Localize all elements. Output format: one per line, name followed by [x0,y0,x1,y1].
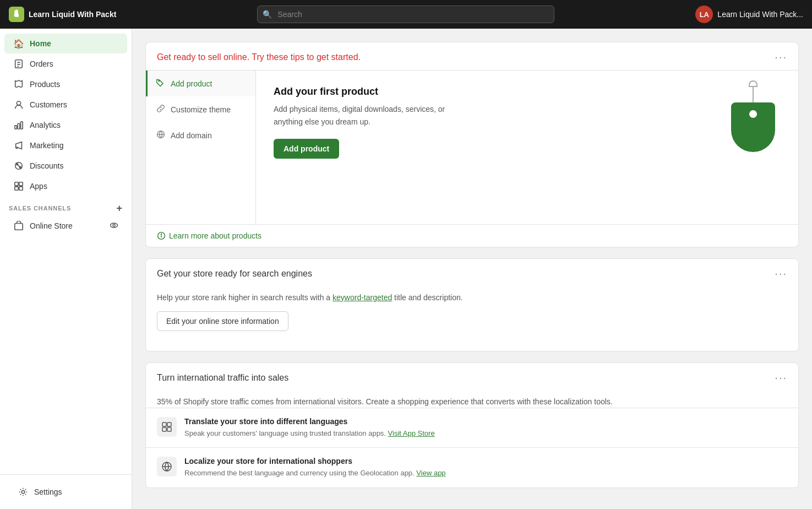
search-engine-card-body: Help your store rank higher in search re… [146,287,798,342]
active-tip-description: Add physical items, digital downloads, s… [274,103,450,128]
sidebar-item-online-store[interactable]: Online Store [4,216,127,236]
tips-card-more-button[interactable]: ··· [775,51,787,62]
app-store-link[interactable]: Visit App Store [388,429,435,437]
home-icon: 🏠 [13,38,24,49]
localize-text: Localize your store for international sh… [184,457,446,479]
tag-icon [156,78,165,89]
sidebar-item-home[interactable]: 🏠 Home [4,34,127,53]
sidebar-item-apps[interactable]: Apps [4,176,127,196]
search-bar[interactable]: 🔍 [257,6,554,23]
tip-item-customize-theme[interactable]: Customize theme [146,96,255,122]
add-product-cta-button[interactable]: Add product [274,139,339,159]
customers-icon [13,99,24,110]
translate-item: Translate your store into different lang… [146,408,798,448]
localize-item: Localize your store for international sh… [146,447,798,488]
apps-icon [13,181,24,192]
search-engine-card-header: Get your store ready for search engines … [146,259,798,286]
active-tip-title: Add your first product [274,86,450,98]
svg-rect-13 [15,187,18,190]
link-icon [156,104,165,115]
international-card-header: Turn international traffic into sales ··… [146,363,798,391]
discounts-icon [13,160,24,171]
international-card-title: Turn international traffic into sales [157,372,288,384]
tips-text: Add your first product Add physical item… [274,86,450,159]
tips-card: Get ready to sell online. Try these tips… [145,42,799,247]
sidebar-item-discounts[interactable]: Discounts [4,156,127,176]
tips-card-title: Get ready to sell online. Try these tips… [157,51,361,63]
svg-point-17 [113,224,115,226]
svg-rect-15 [15,224,23,230]
svg-point-23 [161,234,161,235]
svg-rect-27 [167,427,171,431]
svg-point-16 [111,223,118,228]
svg-rect-7 [21,122,23,129]
search-engine-card: Get your store ready for search engines … [145,258,799,351]
sidebar-item-customers[interactable]: Customers [4,95,127,115]
topbar-right: LA Learn Liquid With Pack... [695,6,803,23]
svg-rect-24 [162,423,166,426]
tips-footer: Learn more about products [146,224,798,247]
svg-rect-25 [167,423,171,426]
online-store-icon [13,220,24,231]
search-icon: 🔍 [263,10,272,19]
sidebar-item-analytics[interactable]: Analytics [4,115,127,135]
sidebar-item-settings[interactable]: Settings [9,482,123,502]
sidebar-nav: 🏠 Home Orders Products Customers [0,29,132,474]
svg-rect-12 [19,182,23,186]
tips-body: Add product Customize theme Add domain [146,70,798,224]
svg-point-4 [17,101,20,105]
sidebar-bottom: Settings [0,474,132,509]
tag-string [753,87,754,104]
svg-rect-26 [162,427,166,431]
avatar: LA [695,6,713,23]
svg-point-18 [21,490,24,493]
svg-rect-11 [15,182,18,186]
svg-rect-6 [18,123,20,129]
tips-content: Add your first product Add physical item… [256,71,798,224]
store-logo: Learn Liquid With Packt [9,7,116,22]
eye-icon[interactable] [110,221,118,231]
info-icon [157,231,166,240]
search-engine-card-title: Get your store ready for search engines [157,268,312,280]
international-description: 35% of Shopify store traffic comes from … [157,396,787,408]
tips-card-header: Get ready to sell online. Try these tips… [146,42,798,70]
tip-item-add-domain[interactable]: Add domain [146,122,255,148]
sidebar-item-orders[interactable]: Orders [4,54,127,74]
topbar: Learn Liquid With Packt 🔍 LA Learn Liqui… [0,0,812,29]
tag-shape [731,102,775,152]
products-icon [13,79,24,90]
tag-hook [749,80,757,87]
international-card: Turn international traffic into sales ··… [145,362,799,488]
international-card-body: 35% of Shopify store traffic comes from … [146,391,798,408]
tag-hole [749,110,757,118]
keyword-link[interactable]: keyword-targeted [333,293,392,302]
geolocation-link[interactable]: View app [416,469,445,477]
search-input[interactable] [257,6,554,23]
marketing-icon [13,140,24,151]
search-engine-card-more-button[interactable]: ··· [775,268,787,279]
localize-icon [157,457,177,476]
search-engine-description: Help your store rank higher in search re… [157,291,787,304]
add-sales-channel-button[interactable]: + [117,203,123,213]
main-content: Get ready to sell online. Try these tips… [132,29,812,509]
svg-rect-5 [15,126,17,129]
edit-store-info-button[interactable]: Edit your online store information [157,311,288,331]
svg-rect-14 [19,187,23,190]
globe-icon [156,130,165,140]
orders-icon [13,58,24,69]
translate-icon [157,417,177,437]
tips-sidebar: Add product Customize theme Add domain [146,71,256,224]
international-card-more-button[interactable]: ··· [775,372,787,383]
svg-point-19 [159,80,160,82]
user-name: Learn Liquid With Pack... [717,10,803,19]
sidebar: 🏠 Home Orders Products Customers [0,29,132,509]
sidebar-item-products[interactable]: Products [4,74,127,94]
shopify-icon [9,7,24,22]
sidebar-item-marketing[interactable]: Marketing [4,136,127,155]
store-name: Learn Liquid With Packt [29,10,116,19]
product-tag-illustration [726,86,781,152]
settings-icon [18,486,29,497]
analytics-icon [13,120,24,131]
learn-more-link[interactable]: Learn more about products [157,231,787,240]
tip-item-add-product[interactable]: Add product [146,71,255,96]
